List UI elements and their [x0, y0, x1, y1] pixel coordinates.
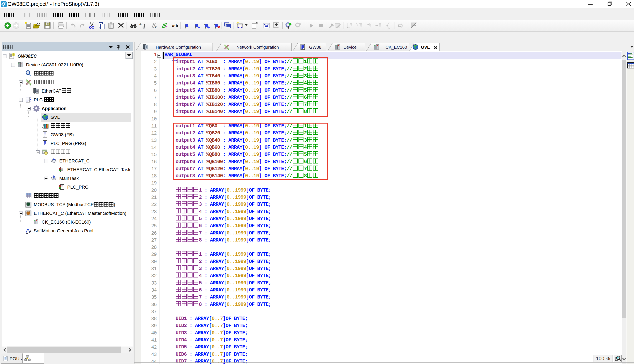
svg-text:A: A: [139, 22, 142, 26]
svg-text:c: c: [155, 26, 157, 29]
svg-text:a·b: a·b: [172, 24, 178, 28]
svg-text:c: c: [166, 26, 168, 29]
